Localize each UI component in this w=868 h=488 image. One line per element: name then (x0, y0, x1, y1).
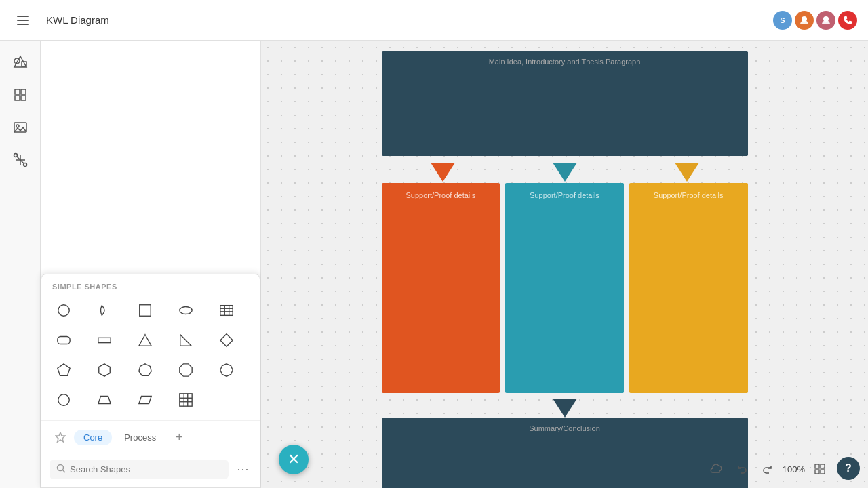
svg-rect-0 (17, 16, 29, 17)
avatar-2 (795, 11, 814, 30)
grid-tool-icon[interactable] (7, 81, 34, 108)
shape-trapezoid[interactable] (90, 386, 119, 414)
avatar-s: S (773, 11, 792, 30)
shape-hexagon[interactable] (90, 356, 119, 384)
tab-core[interactable]: Core (74, 430, 112, 445)
more-options-button[interactable]: ⋯ (234, 459, 252, 479)
svg-rect-19 (140, 305, 151, 317)
shape-triangle[interactable] (131, 326, 159, 354)
add-tab-button[interactable]: + (170, 428, 189, 447)
top-box-label: Main Idea, Introductory and Thesis Parag… (489, 58, 641, 66)
shape-heptagon[interactable] (131, 356, 159, 384)
close-fab-button[interactable]: ✕ (279, 445, 309, 474)
arrow-row (382, 156, 748, 182)
menu-button[interactable] (11, 8, 35, 33)
shape-pentagon[interactable] (50, 356, 78, 384)
shape-grid[interactable] (172, 386, 200, 414)
col3-label: Support/Proof details (654, 191, 724, 199)
search-bar: ⋯ (41, 453, 260, 487)
svg-line-46 (63, 470, 66, 472)
svg-point-15 (23, 163, 26, 167)
svg-rect-8 (15, 89, 20, 94)
svg-marker-33 (139, 364, 151, 375)
arrow-col3 (675, 163, 699, 182)
diagram-container: Main Idea, Introductory and Thesis Parag… (261, 44, 868, 488)
svg-marker-34 (180, 364, 192, 376)
svg-marker-38 (139, 396, 151, 404)
svg-rect-27 (98, 338, 111, 342)
bottom-arrow-row (382, 393, 748, 418)
avatar-3 (816, 11, 835, 30)
document-title: KWL Diagram (46, 14, 762, 26)
svg-point-45 (58, 464, 64, 470)
shapes-grid (41, 296, 260, 420)
arrow-col1 (431, 163, 455, 182)
svg-marker-32 (99, 364, 111, 376)
svg-marker-37 (98, 396, 111, 404)
shape-parallelogram[interactable] (131, 386, 159, 414)
undo-button[interactable] (731, 458, 753, 480)
grid-toggle-button[interactable] (809, 458, 831, 480)
shape-octagon[interactable] (172, 356, 200, 384)
shape-diamond[interactable] (212, 326, 241, 354)
svg-marker-31 (58, 364, 70, 375)
svg-marker-28 (139, 335, 151, 346)
shape-square[interactable] (131, 296, 159, 325)
svg-marker-44 (56, 432, 65, 442)
shape-rect-h[interactable] (90, 326, 119, 354)
svg-point-36 (58, 394, 70, 406)
section-label: SIMPLE SHAPES (41, 274, 260, 296)
svg-point-18 (58, 305, 70, 317)
col-box-2: Support/Proof details (505, 183, 624, 393)
svg-point-13 (16, 125, 19, 127)
svg-rect-9 (21, 89, 26, 94)
svg-point-14 (14, 154, 17, 157)
svg-marker-30 (220, 334, 233, 346)
svg-rect-10 (15, 96, 20, 100)
col1-label: Support/Proof details (406, 191, 475, 199)
shapes-panel: SIMPLE SHAPES (41, 41, 261, 488)
shape-rounded-rect[interactable] (50, 326, 78, 354)
svg-rect-2 (17, 24, 29, 25)
redo-button[interactable] (757, 458, 778, 480)
favorites-icon[interactable] (50, 426, 71, 448)
svg-rect-1 (17, 20, 29, 21)
shape-nonagon[interactable] (212, 356, 241, 384)
shapes-tool-icon[interactable] (7, 49, 34, 76)
collaborators: S (773, 11, 857, 30)
search-input-wrap (50, 460, 229, 479)
svg-rect-39 (180, 394, 192, 406)
arrow-col2 (553, 163, 577, 182)
phone-icon[interactable] (838, 11, 857, 30)
panel-tabs: Core Process + (41, 420, 260, 453)
svg-rect-11 (21, 96, 26, 100)
shape-ellipse[interactable] (172, 296, 200, 325)
col-box-1: Support/Proof details (382, 183, 500, 393)
shape-right-triangle[interactable] (172, 326, 200, 354)
svg-rect-26 (58, 337, 70, 344)
top-box: Main Idea, Introductory and Thesis Parag… (382, 51, 748, 156)
col-box-3: Support/Proof details (629, 183, 748, 393)
canvas-area[interactable]: Main Idea, Introductory and Thesis Parag… (261, 41, 868, 488)
svg-marker-29 (180, 335, 192, 346)
zoom-level: 100% (783, 464, 805, 474)
connector-tool-icon[interactable] (7, 146, 34, 174)
header: KWL Diagram S (0, 0, 868, 41)
shape-circle[interactable] (50, 296, 78, 325)
svg-rect-48 (821, 464, 825, 468)
svg-point-20 (180, 307, 192, 314)
main-layout: SIMPLE SHAPES (0, 41, 868, 488)
search-icon (56, 464, 66, 475)
tab-process[interactable]: Process (115, 430, 165, 445)
shape-table[interactable] (212, 296, 241, 325)
search-input[interactable] (70, 464, 222, 474)
shape-circle2[interactable] (50, 386, 78, 414)
cloud-save-icon[interactable] (705, 458, 727, 480)
shapes-panel-popup: SIMPLE SHAPES (41, 274, 260, 488)
image-tool-icon[interactable] (7, 114, 34, 141)
bottom-box: Summary/Conclusion (382, 418, 748, 488)
help-button[interactable]: ? (837, 457, 860, 480)
sidebar-icons (0, 41, 41, 488)
shape-arc[interactable] (90, 296, 119, 325)
svg-rect-49 (815, 470, 819, 474)
